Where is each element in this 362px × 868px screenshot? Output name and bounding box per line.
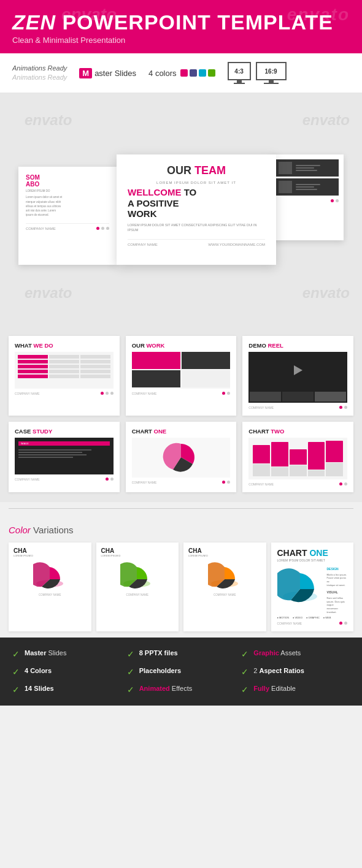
company-name: COMPANY NAME [132, 392, 157, 395]
thumb-chart2-footer: COMPANY NAME [248, 482, 347, 486]
feature-text-3: Graphic Assets [253, 649, 301, 657]
slide-left: SOM ABO LOREM IPSUM DO Lorem ipsum dolor… [18, 167, 117, 265]
color-pie-svg-3 [208, 562, 242, 590]
nav-dot [106, 392, 109, 395]
footer-url: WWW.YOURDOMAINNAME.COM [208, 243, 265, 246]
color-pie-3 [188, 560, 261, 591]
demo-thumbs [248, 390, 347, 403]
ow-cell-dark [182, 352, 230, 369]
color-card-blue-content: DESIGN Morbi a leo ipsum. Fusce vitae pu… [277, 565, 348, 614]
color-dot-pink [180, 69, 188, 77]
check-icon-9: ✓ [241, 685, 248, 695]
nav-dot [222, 481, 225, 484]
bar [271, 442, 288, 466]
nav-dot [101, 392, 104, 395]
wwd-row1 [18, 355, 110, 359]
wwd-cell [49, 360, 79, 364]
thumb-what-we-do: WHAT WE DO [9, 336, 120, 416]
dark-panel-1 [275, 159, 339, 177]
color-grid: CHA LOREM IPSUM D COMPANY NAME CHA LOREM… [9, 542, 353, 631]
colors-feature: 4 colors [148, 69, 215, 78]
nav-dot-2 [106, 227, 109, 230]
watermark-4: envato [302, 284, 350, 302]
feature-text-2: 8 PPTX files [139, 649, 178, 657]
nav-dot [339, 482, 342, 485]
panel-line [296, 189, 317, 190]
features-row: Animations Ready Animations Ready M aste… [0, 53, 362, 93]
check-icon-8: ✓ [127, 685, 134, 695]
chart1-nav [222, 481, 230, 484]
slide-right-nav-dots [275, 199, 339, 202]
panel-line [296, 186, 314, 188]
color-dot-blue [199, 69, 206, 77]
feature-fully-editable: ✓ Fully Editable [241, 684, 350, 695]
nav-dot [227, 392, 230, 395]
slide-left-title: SOM [26, 174, 109, 181]
feature-14-slides: ✓ 14 Slides [12, 684, 121, 695]
panel-line [296, 184, 320, 185]
dark-panels [275, 159, 339, 196]
legend-design-text: Morbi a leo ipsum. Fusce vitae purus act… [327, 573, 348, 587]
demo-thumb [315, 392, 346, 402]
master-slides: M aster Slides [79, 68, 136, 78]
thumb-ow-content [132, 352, 231, 389]
color-card-orange: CHA LOREM IPSUM D COMPANY NAME [183, 542, 266, 631]
nav-dot [344, 406, 347, 409]
thumb-chart2-content [248, 438, 347, 479]
thumb-demo-reel: DEMO REEL COMPANY NAME [242, 336, 353, 416]
panel-line [296, 170, 317, 171]
color-card-sub-3: LOREM IPSUM D [188, 554, 261, 557]
check-icon-3: ✓ [241, 649, 248, 659]
case-lines [18, 449, 110, 458]
thumb-chart1-title: CHART ONE [132, 428, 231, 435]
color-pie-svg-1 [33, 562, 67, 590]
company-name: COMPANY NAME [248, 406, 274, 409]
nav-dot [344, 622, 347, 625]
watermark-left: envato [61, 5, 117, 25]
color-swatches [180, 69, 215, 77]
nav-dot [227, 481, 230, 484]
panel-thumb-2 [279, 181, 292, 193]
thumb-demo-footer: COMPANY NAME [248, 406, 347, 409]
panel-thumb-1 [279, 162, 292, 174]
color-dot-purple [190, 69, 197, 77]
color-pie-2 [101, 560, 174, 591]
slide-left-title-line2: ABO [26, 181, 39, 188]
monitor-foot-169 [264, 83, 279, 84]
company-name: COMPANY NAME [15, 478, 40, 481]
wwd-cell [18, 370, 48, 373]
slide-body: LOREM IPSUM DOLOR SIT AMET CONSECTETUR A… [128, 223, 265, 233]
feature-master-slides: ✓ Master Slides [12, 649, 121, 659]
ow-nav [222, 392, 230, 395]
watermark-3: envato [25, 284, 72, 302]
header: envato envato ZEN POWERPOINT TEMPLATE Cl… [0, 0, 362, 53]
color-card-footer-3: COMPANY NAME [188, 593, 261, 596]
panel-line [296, 167, 314, 169]
legend-item: ● MOTION [277, 616, 290, 619]
chart2-nav [339, 482, 347, 486]
legend-item: ● WEB [323, 616, 331, 619]
company-name: COMPANY NAME [15, 392, 40, 395]
feature-text-9: Fully Editable [253, 684, 295, 693]
feature-text-4: 4 Colors [25, 666, 52, 675]
thumb-wwd-content [15, 352, 114, 389]
wwd-row4 [18, 370, 110, 373]
nav-dot-active [96, 227, 99, 230]
aspect-ratios: 4:3 16:9 [228, 62, 287, 84]
check-icon-7: ✓ [12, 685, 20, 695]
thumb-wwd-title: WHAT WE DO [15, 342, 114, 349]
thumb-section: WHAT WE DO [0, 326, 362, 502]
demo-thumb [250, 392, 281, 402]
wwd-cell [18, 355, 48, 359]
bar [290, 449, 307, 465]
slide-eyebrow: LOREM IPSUM DOLOR SIT AMET IT [128, 181, 265, 185]
feature-text-7: 14 Slides [25, 684, 54, 693]
slide-left-title-line1: SOM [26, 174, 40, 181]
slide-headline: WELLCOME TOA POSITIVEWORK [128, 187, 265, 219]
wwd-cell [49, 365, 79, 368]
bar-chart [252, 441, 344, 476]
color-card-sub-4: LOREM IPSUM DOLOR SIT AMET [277, 558, 348, 562]
nav-dot [339, 406, 342, 409]
slide-main-team: OUR TEAM [128, 164, 265, 177]
check-icon-1: ✓ [12, 649, 20, 659]
